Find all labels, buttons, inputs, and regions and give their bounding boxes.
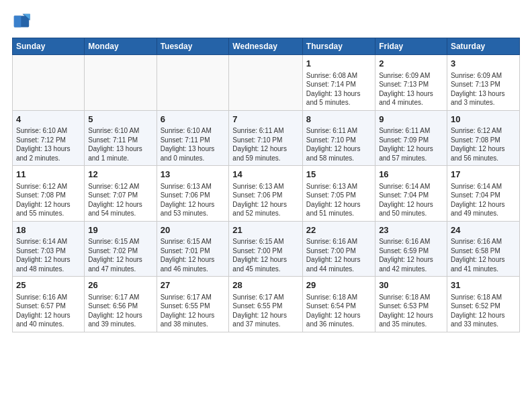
calendar-cell: 3Sunrise: 6:09 AMSunset: 7:13 PMDaylight…: [447, 55, 519, 111]
day-number: 21: [232, 224, 299, 236]
day-info: Sunrise: 6:10 AMSunset: 7:11 PMDaylight:…: [161, 126, 226, 163]
calendar-cell: 15Sunrise: 6:13 AMSunset: 7:05 PMDayligh…: [302, 166, 375, 222]
day-number: 18: [16, 224, 81, 236]
col-header-sunday: Sunday: [13, 38, 85, 55]
calendar-cell: 24Sunrise: 6:16 AMSunset: 6:58 PMDayligh…: [447, 221, 519, 277]
calendar-cell: 26Sunrise: 6:17 AMSunset: 6:56 PMDayligh…: [85, 277, 157, 332]
page: SundayMondayTuesdayWednesdayThursdayFrid…: [0, 0, 532, 411]
calendar-cell: 20Sunrise: 6:15 AMSunset: 7:01 PMDayligh…: [157, 221, 229, 277]
day-number: 24: [451, 224, 516, 236]
day-number: 11: [16, 169, 81, 181]
calendar-cell: 12Sunrise: 6:12 AMSunset: 7:07 PMDayligh…: [85, 166, 157, 222]
day-number: 27: [161, 279, 226, 291]
col-header-monday: Monday: [85, 38, 157, 55]
svg-rect-2: [14, 16, 21, 28]
day-number: 23: [379, 224, 443, 236]
day-number: 6: [161, 113, 226, 126]
day-number: 22: [306, 224, 371, 236]
day-info: Sunrise: 6:15 AMSunset: 7:01 PMDaylight:…: [161, 237, 226, 273]
day-info: Sunrise: 6:14 AMSunset: 7:03 PMDaylight:…: [16, 237, 81, 273]
week-row-0: 1Sunrise: 6:08 AMSunset: 7:14 PMDaylight…: [13, 55, 520, 111]
calendar-cell: 4Sunrise: 6:10 AMSunset: 7:12 PMDaylight…: [13, 110, 85, 166]
calendar-cell: 25Sunrise: 6:16 AMSunset: 6:57 PMDayligh…: [13, 277, 85, 332]
day-number: 13: [161, 169, 226, 181]
day-info: Sunrise: 6:18 AMSunset: 6:54 PMDaylight:…: [306, 293, 371, 329]
calendar-cell: 11Sunrise: 6:12 AMSunset: 7:08 PMDayligh…: [13, 166, 85, 222]
day-number: 19: [88, 224, 152, 236]
day-number: 8: [306, 113, 371, 126]
day-info: Sunrise: 6:15 AMSunset: 7:00 PMDaylight:…: [232, 237, 299, 273]
day-number: 2: [379, 58, 443, 70]
week-row-1: 4Sunrise: 6:10 AMSunset: 7:12 PMDaylight…: [13, 110, 520, 166]
calendar-cell: 6Sunrise: 6:10 AMSunset: 7:11 PMDaylight…: [157, 110, 229, 166]
calendar-cell: 2Sunrise: 6:09 AMSunset: 7:13 PMDaylight…: [375, 55, 447, 111]
col-header-thursday: Thursday: [302, 38, 375, 55]
day-number: 16: [379, 169, 443, 181]
day-info: Sunrise: 6:09 AMSunset: 7:13 PMDaylight:…: [379, 71, 443, 107]
day-number: 31: [451, 279, 516, 291]
calendar-cell: [229, 55, 303, 111]
calendar-cell: 5Sunrise: 6:10 AMSunset: 7:11 PMDaylight…: [85, 110, 157, 166]
calendar-cell: [85, 55, 157, 111]
day-info: Sunrise: 6:11 AMSunset: 7:10 PMDaylight:…: [232, 126, 299, 163]
calendar-cell: 10Sunrise: 6:12 AMSunset: 7:08 PMDayligh…: [447, 110, 519, 166]
calendar-cell: 17Sunrise: 6:14 AMSunset: 7:04 PMDayligh…: [447, 166, 519, 222]
day-info: Sunrise: 6:17 AMSunset: 6:56 PMDaylight:…: [88, 293, 152, 329]
day-number: 30: [379, 279, 443, 291]
day-number: 14: [232, 169, 299, 181]
day-info: Sunrise: 6:12 AMSunset: 7:08 PMDaylight:…: [16, 182, 81, 218]
header: [12, 12, 520, 31]
day-number: 20: [161, 224, 226, 236]
day-info: Sunrise: 6:11 AMSunset: 7:09 PMDaylight:…: [379, 126, 443, 163]
calendar-cell: [13, 55, 85, 111]
day-number: 29: [306, 279, 371, 291]
calendar-cell: 27Sunrise: 6:17 AMSunset: 6:55 PMDayligh…: [157, 277, 229, 332]
calendar-cell: 29Sunrise: 6:18 AMSunset: 6:54 PMDayligh…: [302, 277, 375, 332]
day-number: 10: [451, 113, 516, 126]
calendar-cell: 30Sunrise: 6:18 AMSunset: 6:53 PMDayligh…: [375, 277, 447, 332]
day-info: Sunrise: 6:18 AMSunset: 6:53 PMDaylight:…: [379, 293, 443, 329]
day-number: 26: [88, 279, 152, 291]
day-info: Sunrise: 6:13 AMSunset: 7:06 PMDaylight:…: [161, 182, 226, 218]
day-number: 9: [379, 113, 443, 126]
day-info: Sunrise: 6:11 AMSunset: 7:10 PMDaylight:…: [306, 126, 371, 163]
day-info: Sunrise: 6:13 AMSunset: 7:06 PMDaylight:…: [232, 182, 299, 218]
day-number: 12: [88, 169, 152, 181]
col-header-tuesday: Tuesday: [157, 38, 229, 55]
day-info: Sunrise: 6:12 AMSunset: 7:07 PMDaylight:…: [88, 182, 152, 218]
day-number: 25: [16, 279, 81, 291]
calendar-cell: 28Sunrise: 6:17 AMSunset: 6:55 PMDayligh…: [229, 277, 303, 332]
day-info: Sunrise: 6:16 AMSunset: 6:59 PMDaylight:…: [379, 237, 443, 273]
calendar-cell: 1Sunrise: 6:08 AMSunset: 7:14 PMDaylight…: [302, 55, 375, 111]
calendar-header-row: SundayMondayTuesdayWednesdayThursdayFrid…: [13, 38, 520, 55]
day-info: Sunrise: 6:18 AMSunset: 6:52 PMDaylight:…: [451, 293, 516, 329]
day-number: 28: [232, 279, 299, 291]
logo-icon: [12, 12, 31, 31]
calendar-cell: 22Sunrise: 6:16 AMSunset: 7:00 PMDayligh…: [302, 221, 375, 277]
day-info: Sunrise: 6:13 AMSunset: 7:05 PMDaylight:…: [306, 182, 371, 218]
week-row-2: 11Sunrise: 6:12 AMSunset: 7:08 PMDayligh…: [13, 166, 520, 222]
calendar-cell: 21Sunrise: 6:15 AMSunset: 7:00 PMDayligh…: [229, 221, 303, 277]
day-number: 3: [451, 58, 516, 70]
col-header-saturday: Saturday: [447, 38, 519, 55]
day-info: Sunrise: 6:09 AMSunset: 7:13 PMDaylight:…: [451, 71, 516, 107]
calendar-cell: 14Sunrise: 6:13 AMSunset: 7:06 PMDayligh…: [229, 166, 303, 222]
calendar-cell: 23Sunrise: 6:16 AMSunset: 6:59 PMDayligh…: [375, 221, 447, 277]
calendar-cell: 7Sunrise: 6:11 AMSunset: 7:10 PMDaylight…: [229, 110, 303, 166]
day-number: 5: [88, 113, 152, 126]
col-header-friday: Friday: [375, 38, 447, 55]
day-info: Sunrise: 6:16 AMSunset: 6:57 PMDaylight:…: [16, 293, 81, 329]
logo: [12, 12, 32, 31]
day-number: 17: [451, 169, 516, 181]
day-info: Sunrise: 6:17 AMSunset: 6:55 PMDaylight:…: [161, 293, 226, 329]
week-row-4: 25Sunrise: 6:16 AMSunset: 6:57 PMDayligh…: [13, 277, 520, 332]
day-info: Sunrise: 6:15 AMSunset: 7:02 PMDaylight:…: [88, 237, 152, 273]
day-info: Sunrise: 6:16 AMSunset: 7:00 PMDaylight:…: [306, 237, 371, 273]
week-row-3: 18Sunrise: 6:14 AMSunset: 7:03 PMDayligh…: [13, 221, 520, 277]
day-number: 7: [232, 113, 299, 126]
day-info: Sunrise: 6:14 AMSunset: 7:04 PMDaylight:…: [451, 182, 516, 218]
day-info: Sunrise: 6:10 AMSunset: 7:11 PMDaylight:…: [88, 126, 152, 163]
calendar-cell: 9Sunrise: 6:11 AMSunset: 7:09 PMDaylight…: [375, 110, 447, 166]
day-info: Sunrise: 6:08 AMSunset: 7:14 PMDaylight:…: [306, 71, 371, 107]
col-header-wednesday: Wednesday: [229, 38, 303, 55]
